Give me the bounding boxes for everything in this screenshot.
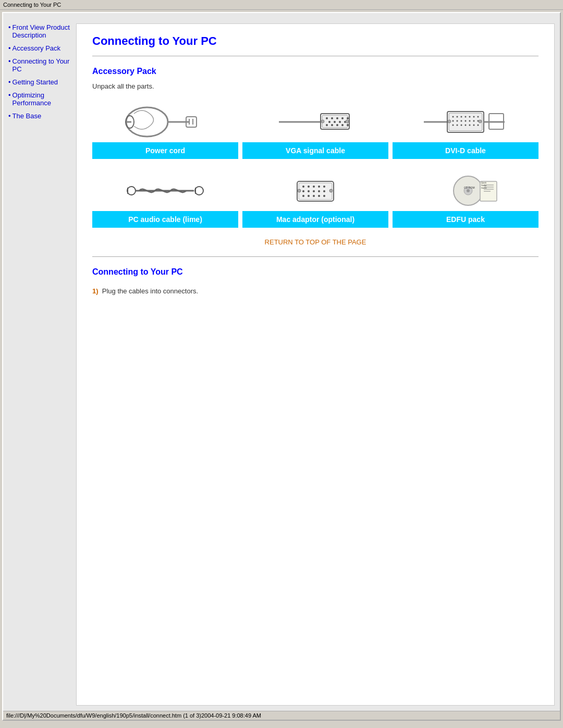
svg-point-75 [323, 195, 325, 197]
sidebar-item-connecting[interactable]: • Connecting to Your PC [8, 57, 71, 75]
svg-point-10 [326, 117, 328, 119]
main-content: Connecting to Your PC Accessory Pack Unp… [76, 23, 555, 706]
cable-item-vga: VGA signal cable [242, 101, 388, 159]
title-bar: Connecting to Your PC [0, 0, 563, 10]
bullet-1: • [8, 23, 11, 31]
mac-adaptor-svg [268, 171, 362, 210]
bullet-5: • [8, 91, 11, 99]
svg-point-41 [473, 120, 475, 121]
step1-text: 1) Plug the cables into connectors. [92, 287, 538, 295]
svg-point-38 [461, 120, 462, 121]
sidebar-link-base[interactable]: The Base [13, 112, 42, 120]
svg-point-30 [457, 116, 458, 117]
cable-item-audio: PC audio cable (lime) [92, 169, 238, 228]
svg-point-44 [457, 124, 458, 126]
svg-point-74 [318, 195, 320, 197]
cable-grid-row1: Power cord [92, 101, 538, 159]
audio-cable-image [92, 169, 238, 211]
sidebar: • Front View Product Description • Acces… [8, 23, 76, 706]
sidebar-link-connecting[interactable]: Connecting to Your PC [13, 57, 71, 73]
vga-cable-svg [268, 102, 362, 141]
svg-point-29 [452, 116, 454, 117]
svg-point-43 [452, 124, 454, 126]
svg-point-72 [308, 195, 310, 197]
svg-point-24 [321, 120, 324, 123]
bullet-3: • [8, 57, 11, 65]
unpack-text: Unpack all the parts. [92, 82, 538, 90]
svg-point-56 [195, 187, 203, 195]
cable-grid-row2: PC audio cable (lime) [92, 169, 538, 228]
svg-point-48 [473, 124, 475, 126]
power-cord-svg [118, 102, 212, 141]
sidebar-link-accessory[interactable]: Accessory Pack [13, 44, 60, 52]
power-cord-image [92, 101, 238, 142]
svg-text:CD-ROM: CD-ROM [464, 186, 475, 189]
svg-point-49 [478, 124, 479, 126]
sidebar-item-front-view[interactable]: • Front View Product Description [8, 23, 71, 41]
step1-description: Plug the cables into connectors. [102, 287, 198, 295]
cable-item-edfu: CD-ROM Quick Setup Guide EDFU pack [393, 169, 538, 228]
svg-point-19 [326, 124, 328, 126]
svg-point-16 [334, 121, 336, 123]
svg-point-20 [331, 124, 333, 126]
svg-point-22 [341, 124, 344, 126]
return-link[interactable]: RETURN TO TOP OF THE PAGE [265, 238, 366, 246]
svg-point-37 [457, 120, 458, 121]
svg-text:Guide: Guide [481, 187, 487, 189]
svg-point-34 [473, 116, 475, 117]
page-content: • Front View Product Description • Acces… [3, 13, 560, 711]
svg-point-36 [452, 120, 454, 121]
sidebar-item-accessory[interactable]: • Accessory Pack [8, 44, 71, 54]
svg-point-31 [461, 116, 462, 117]
mac-adaptor-image [242, 169, 388, 211]
svg-point-47 [469, 124, 471, 126]
status-bar-text: file:///D|/My%20Documents/dfu/W9/english… [6, 712, 261, 719]
svg-point-35 [478, 116, 479, 117]
sidebar-link-front-view[interactable]: Front View Product Description [13, 23, 71, 39]
audio-cable-svg [118, 171, 212, 210]
svg-point-64 [318, 186, 320, 188]
svg-point-25 [346, 120, 349, 123]
svg-point-73 [313, 195, 315, 197]
sidebar-link-getting-started[interactable]: Getting Started [13, 78, 58, 86]
edfu-pack-svg: CD-ROM Quick Setup Guide [419, 171, 512, 210]
edfu-pack-image: CD-ROM Quick Setup Guide [393, 169, 538, 211]
return-to-top: RETURN TO TOP OF THE PAGE [92, 238, 538, 246]
svg-point-51 [479, 120, 482, 123]
mac-adaptor-label: Mac adaptor (optional) [242, 211, 388, 228]
sidebar-item-base[interactable]: • The Base [8, 112, 71, 122]
svg-point-40 [469, 120, 471, 121]
svg-point-62 [308, 186, 310, 188]
bullet-4: • [8, 78, 11, 86]
bullet-6: • [8, 112, 11, 120]
svg-point-69 [318, 190, 320, 192]
svg-point-54 [127, 187, 136, 195]
cable-item-power: Power cord [92, 101, 238, 159]
svg-point-11 [331, 117, 333, 119]
svg-point-66 [302, 190, 304, 192]
svg-point-39 [465, 120, 467, 121]
cable-item-dvi: DVI-D cable [393, 101, 538, 159]
connecting-section-title: Connecting to Your PC [92, 267, 538, 277]
svg-point-21 [336, 124, 338, 126]
edfu-pack-label: EDFU pack [393, 211, 538, 228]
dvi-cable-image [393, 101, 538, 142]
audio-cable-label: PC audio cable (lime) [92, 211, 238, 228]
vga-cable-image [242, 101, 388, 142]
svg-point-46 [465, 124, 467, 126]
power-cord-label: Power cord [92, 142, 238, 159]
svg-point-15 [328, 121, 331, 123]
browser-window: • Front View Product Description • Acces… [2, 12, 561, 721]
dvi-cable-label: DVI-D cable [393, 142, 538, 159]
svg-point-17 [339, 121, 341, 123]
svg-point-13 [341, 117, 344, 119]
sidebar-item-performance[interactable]: • Optimizing Performance [8, 91, 71, 109]
sidebar-link-performance[interactable]: Optimizing Performance [13, 91, 71, 107]
top-divider [92, 56, 538, 56]
svg-rect-28 [449, 113, 482, 131]
svg-point-71 [302, 195, 304, 197]
svg-point-45 [461, 124, 462, 126]
sidebar-item-getting-started[interactable]: • Getting Started [8, 78, 71, 88]
vga-cable-label: VGA signal cable [242, 142, 388, 159]
svg-point-14 [347, 117, 349, 119]
